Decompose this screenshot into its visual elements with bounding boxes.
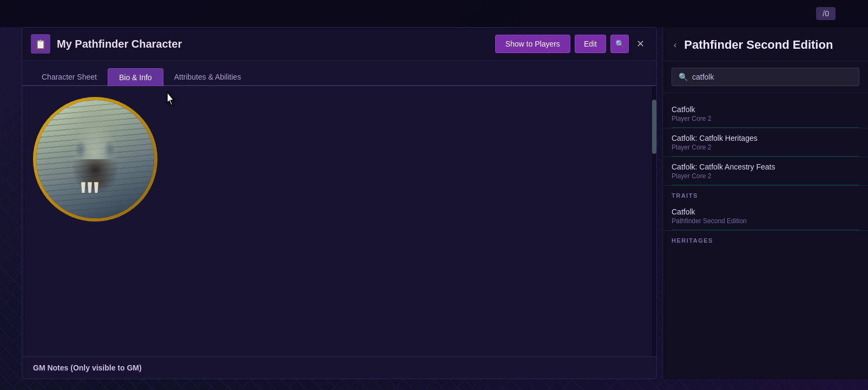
top-bar-counter: /0 — [816, 7, 836, 20]
result-source: Player Core 2 — [672, 172, 859, 180]
result-source: Pathfinder Second Edition — [672, 217, 859, 225]
tab-bio-info[interactable]: Bio & Info — [108, 68, 163, 86]
heritages-section-header: HERITAGES — [663, 231, 868, 247]
sheet-content — [22, 86, 656, 356]
sidebar-content: Catfolk Player Core 2 Catfolk: Catfolk H… — [663, 93, 868, 379]
search-icon: 🔍 — [679, 73, 688, 81]
result-catfolk-ancestry-feats[interactable]: Catfolk: Catfolk Ancestry Feats Player C… — [663, 157, 868, 186]
traits-section-header: TRAITS — [663, 186, 868, 202]
header-actions: Show to Players Edit 🔍 ✕ — [495, 35, 648, 53]
result-source: Player Core 2 — [672, 144, 859, 151]
sidebar-title: Pathfinder Second Edition — [684, 38, 833, 52]
sheet-scrollbar-thumb — [652, 100, 656, 154]
portrait-ring — [33, 97, 157, 222]
result-catfolk[interactable]: Catfolk Player Core 2 — [663, 100, 868, 128]
cat-mouth — [71, 159, 119, 194]
tooth-1 — [81, 182, 86, 193]
tab-attributes[interactable]: Attributes & Abilities — [163, 68, 252, 86]
result-name: Catfolk — [672, 207, 859, 216]
result-name: Catfolk: Catfolk Heritages — [672, 134, 859, 142]
tab-character-sheet[interactable]: Character Sheet — [31, 68, 108, 86]
sidebar-header: ‹ Pathfinder Second Edition — [663, 27, 868, 61]
tabs-bar: Character Sheet Bio & Info Attributes & … — [22, 61, 656, 86]
sidebar-search: 🔍 catfolk — [663, 61, 868, 93]
show-to-players-button[interactable]: Show to Players — [495, 35, 570, 53]
close-button[interactable]: ✕ — [633, 38, 648, 50]
search-icon: 🔍 — [615, 40, 624, 48]
cat-teeth — [81, 182, 98, 193]
result-name: Catfolk: Catfolk Ancestry Feats — [672, 162, 859, 171]
result-source: Player Core 2 — [672, 115, 859, 122]
result-catfolk-heritages[interactable]: Catfolk: Catfolk Heritages Player Core 2 — [663, 128, 868, 157]
sheet-scrollbar[interactable] — [652, 86, 656, 356]
result-catfolk-trait[interactable]: Catfolk Pathfinder Second Edition — [663, 202, 868, 231]
search-input[interactable]: catfolk — [692, 73, 714, 81]
sidebar-panel: ‹ Pathfinder Second Edition 🔍 catfolk Ca… — [662, 27, 868, 379]
edit-button[interactable]: Edit — [575, 35, 606, 53]
sheet-panel: 📋 My Pathfinder Character Show to Player… — [22, 27, 657, 379]
portrait-inner — [36, 100, 154, 218]
character-portrait — [36, 100, 154, 218]
main-layout: 📋 My Pathfinder Character Show to Player… — [22, 27, 868, 379]
result-name: Catfolk — [672, 105, 859, 114]
tooth-3 — [94, 182, 98, 193]
gm-notes-label: GM Notes (Only visible to GM) — [33, 363, 646, 372]
tooth-2 — [88, 182, 92, 193]
search-button[interactable]: 🔍 — [610, 35, 629, 53]
sheet-header: 📋 My Pathfinder Character Show to Player… — [22, 28, 656, 61]
top-bar: /0 — [0, 0, 868, 27]
search-box[interactable]: 🔍 catfolk — [672, 68, 859, 86]
sheet-footer: GM Notes (Only visible to GM) — [22, 356, 656, 379]
portrait-container — [33, 97, 157, 222]
sheet-icon: 📋 — [31, 34, 50, 54]
sheet-title: My Pathfinder Character — [57, 38, 489, 50]
sidebar-back-button[interactable]: ‹ — [672, 40, 679, 50]
